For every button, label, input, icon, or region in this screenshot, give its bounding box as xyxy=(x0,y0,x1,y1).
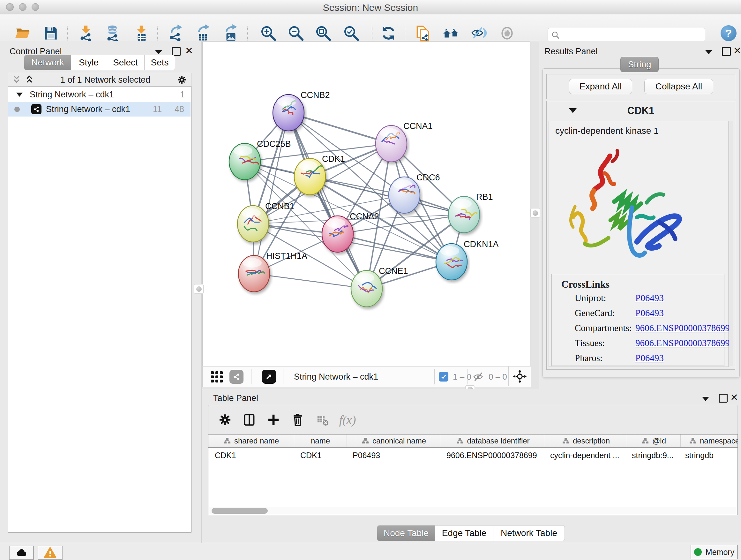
share-view-button[interactable] xyxy=(229,370,244,384)
tab-string[interactable]: String xyxy=(620,57,659,72)
cell[interactable]: CDK1 xyxy=(208,448,294,462)
protein-section: CDK1 cyclin-dependent kinase 1 xyxy=(546,101,735,370)
memory-button[interactable]: Memory xyxy=(690,545,738,559)
cloud-status-button[interactable] xyxy=(9,546,34,560)
export-network-button[interactable] xyxy=(166,24,185,43)
crosslink-link[interactable]: P06493 xyxy=(635,353,664,363)
network-collection-row[interactable]: String Network – cdk1 1 xyxy=(8,87,191,102)
crosslink-link[interactable]: 9606.ENSP00000378699 xyxy=(635,323,730,333)
results-panel-close-button[interactable]: ✕ xyxy=(733,46,741,56)
cell[interactable]: stringdb xyxy=(679,448,738,462)
hide-selected-button[interactable] xyxy=(470,24,488,43)
crosslink-link[interactable]: 9606.ENSP00000378699 xyxy=(635,338,730,348)
column-header-shared-name[interactable]: shared name xyxy=(208,435,294,447)
grid-view-button[interactable] xyxy=(210,370,224,384)
search-input[interactable] xyxy=(562,29,701,40)
export-table-button[interactable] xyxy=(194,24,212,43)
import-network-file-button[interactable] xyxy=(77,24,95,43)
table-panel-float-button[interactable] xyxy=(702,394,709,403)
open-view-button[interactable] xyxy=(262,370,276,384)
column-header-description[interactable]: description xyxy=(545,435,627,447)
crosslink-label: Pharos: xyxy=(575,353,603,363)
right-splitter-handle[interactable] xyxy=(530,208,540,218)
column-header-name[interactable]: name xyxy=(294,435,347,447)
edge-CCNB2-CCNE1[interactable] xyxy=(288,113,367,289)
import-network-database-button[interactable] xyxy=(104,24,122,43)
delete-column-button[interactable] xyxy=(289,411,307,429)
table-settings-button[interactable] xyxy=(216,411,234,429)
crosslink-link[interactable]: P06493 xyxy=(635,293,664,303)
collapse-all-icon[interactable] xyxy=(12,75,21,84)
node-CCNB1[interactable]: CCNB1 xyxy=(238,201,294,242)
tab-node-table[interactable]: Node Table xyxy=(377,525,435,541)
import-table-button[interactable] xyxy=(132,24,151,43)
cell[interactable]: 9606.ENSP00000378699 xyxy=(440,448,544,462)
tab-network[interactable]: Network xyxy=(24,55,71,70)
network-canvas[interactable]: CCNB2CCNA1CDC25BCDK1CDC6RB1CCNB1CCNA2CDK… xyxy=(202,42,530,367)
tab-edge-table[interactable]: Edge Table xyxy=(434,525,494,541)
open-session-button[interactable] xyxy=(13,24,32,43)
results-panel-maximize-button[interactable] xyxy=(722,47,731,56)
column-header-namespace[interactable]: namespace xyxy=(681,435,738,447)
cell[interactable]: P06493 xyxy=(346,448,440,462)
tab-network-table[interactable]: Network Table xyxy=(493,525,565,541)
search-icon xyxy=(551,30,560,40)
selected-checkbox-icon[interactable] xyxy=(439,372,448,381)
network-row-selected[interactable]: String Network – cdk1 11 48 xyxy=(8,102,191,117)
node-HIST1H1A[interactable]: HIST1H1A xyxy=(239,251,307,292)
edge-count: 48 xyxy=(175,105,184,114)
tab-style[interactable]: Style xyxy=(71,55,107,70)
network-from-document-button[interactable] xyxy=(414,24,432,43)
edge-HIST1H1A-CCNE1[interactable] xyxy=(254,273,367,289)
share-icon xyxy=(229,370,244,384)
function-builder-button[interactable]: f(x) xyxy=(339,411,356,429)
warnings-button[interactable] xyxy=(38,546,63,560)
add-column-button[interactable] xyxy=(265,411,282,429)
apply-layout-button[interactable] xyxy=(379,24,398,43)
crosslinks-title: CrossLinks xyxy=(561,279,610,290)
column-header-canonical-name[interactable]: canonical name xyxy=(347,435,441,447)
table-panel-maximize-button[interactable] xyxy=(719,393,728,403)
column-header-database-identifier[interactable]: database identifier xyxy=(441,435,545,447)
cell[interactable]: stringdb:9... xyxy=(625,448,679,462)
zoom-in-button[interactable] xyxy=(259,24,278,43)
node-RB1[interactable]: RB1 xyxy=(448,192,493,233)
zoom-out-button[interactable] xyxy=(286,24,305,43)
results-panel-float-button[interactable] xyxy=(705,47,712,57)
collapse-all-button[interactable]: Collapse All xyxy=(644,79,713,94)
table-row[interactable]: CDK1CDK1P064939606.ENSP00000378699cyclin… xyxy=(208,448,738,462)
node-label-CCNB1: CCNB1 xyxy=(265,201,294,211)
hidden-eye-icon[interactable] xyxy=(472,370,485,383)
table-hscrollbar[interactable] xyxy=(209,507,736,514)
help-button[interactable]: ? xyxy=(721,25,737,41)
zoom-fit-button[interactable] xyxy=(314,24,333,43)
birds-eye-toggle[interactable] xyxy=(509,367,531,386)
delete-table-button[interactable] xyxy=(314,411,332,429)
scrollbar-thumb[interactable] xyxy=(212,508,268,514)
node-CCNE1[interactable]: CCNE1 xyxy=(351,266,408,307)
tab-select[interactable]: Select xyxy=(106,55,145,70)
results-scrollbar[interactable] xyxy=(729,121,733,366)
network-graph[interactable]: CCNB2CCNA1CDC25BCDK1CDC6RB1CCNB1CCNA2CDK… xyxy=(203,42,530,366)
expand-all-icon[interactable] xyxy=(24,75,34,84)
show-all-button[interactable] xyxy=(498,24,516,43)
cell[interactable]: cyclin-dependent ... xyxy=(544,448,625,462)
save-session-button[interactable] xyxy=(42,24,60,43)
column-header-@id[interactable]: @id xyxy=(627,435,681,447)
left-splitter-handle[interactable] xyxy=(194,284,204,294)
home-networks-button[interactable] xyxy=(442,24,460,43)
zoom-selected-button[interactable] xyxy=(342,24,360,43)
node-CDKN1A[interactable]: CDKN1A xyxy=(436,240,499,280)
collection-collapse-icon[interactable] xyxy=(16,92,23,97)
gear-icon[interactable] xyxy=(177,74,187,85)
table-toolbar: f(x) xyxy=(208,405,738,435)
crosslink-link[interactable]: P06493 xyxy=(635,308,664,318)
export-image-button[interactable] xyxy=(221,24,240,43)
table-panel-close-button[interactable]: ✕ xyxy=(730,393,738,402)
show-columns-button[interactable] xyxy=(240,411,258,429)
cell[interactable]: CDK1 xyxy=(294,448,346,462)
tab-sets[interactable]: Sets xyxy=(144,55,175,70)
control-panel-close-button[interactable]: ✕ xyxy=(185,46,193,56)
expand-all-button[interactable]: Expand All xyxy=(569,79,632,94)
edge-CCNB2-HIST1H1A[interactable] xyxy=(254,113,288,273)
